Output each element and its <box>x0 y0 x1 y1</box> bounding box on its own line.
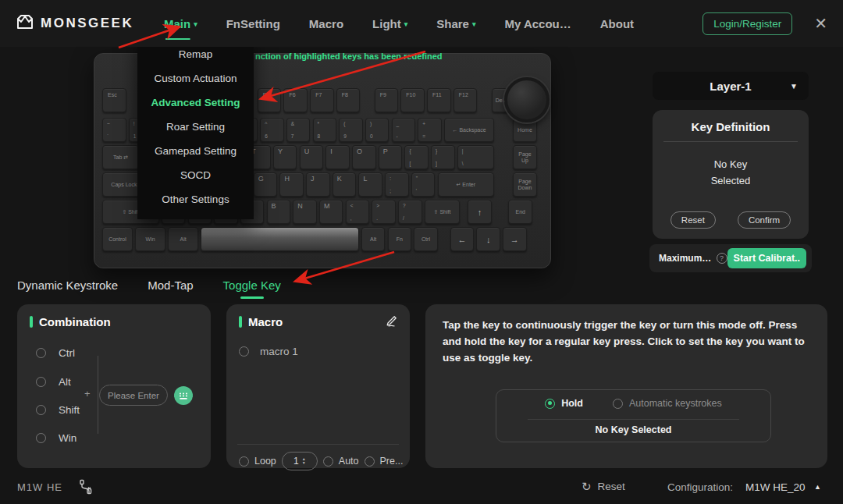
keyboard-key[interactable]: End <box>508 200 532 224</box>
keyboard-key[interactable]: G <box>254 172 278 197</box>
keyboard-picker-button[interactable] <box>174 386 193 405</box>
layer-selector[interactable]: Layer-1 ▼ <box>653 72 809 100</box>
keyboard-key[interactable]: Win <box>135 227 165 251</box>
keyboard-key[interactable]: ^6 <box>260 118 284 142</box>
keyboard-key[interactable]: F10 <box>400 88 425 112</box>
menu-item-gamepad-setting[interactable]: Gamepad Setting <box>137 139 254 163</box>
keyboard-key[interactable]: ↵ Enter <box>438 172 495 197</box>
menu-item-socd[interactable]: SOCD <box>137 163 254 187</box>
keyboard-key[interactable]: *8 <box>313 118 337 142</box>
please-enter-button[interactable]: Please Enter <box>99 385 168 406</box>
radio-icon[interactable] <box>36 433 46 443</box>
keyboard-key[interactable]: :; <box>385 172 409 197</box>
radio-icon[interactable] <box>36 405 46 415</box>
keyboard-key[interactable]: Alt <box>361 227 386 251</box>
keyboard-key[interactable]: Tab ⇄ <box>102 145 139 169</box>
keyboard-key[interactable]: M <box>319 200 343 224</box>
keyboard-key[interactable]: ← <box>450 227 475 251</box>
modifier-win[interactable]: Win <box>36 432 76 444</box>
keyboard-key[interactable]: F12 <box>454 88 478 112</box>
keyboard-key[interactable]: P <box>379 145 403 169</box>
tab-toggle-key[interactable]: Toggle Key <box>223 279 281 299</box>
keyboard-key[interactable]: J <box>306 172 330 197</box>
keyboard-key[interactable]: F9 <box>375 88 399 112</box>
keyboard-key[interactable]: K <box>333 172 357 197</box>
menu-item-custom-actuation[interactable]: Custom Actuation <box>137 66 254 91</box>
reset-config-button[interactable]: ↻ Reset <box>582 481 625 492</box>
keyboard-key[interactable]: >. <box>372 200 396 224</box>
radio-icon[interactable] <box>36 377 46 387</box>
nav-macro[interactable]: Macro <box>309 17 343 30</box>
keyboard-key[interactable]: B <box>267 200 291 224</box>
nav-fnsetting[interactable]: FnSetting <box>226 17 280 30</box>
keyboard-key[interactable]: Page Up <box>513 145 537 169</box>
keyboard-key[interactable]: ↑ <box>468 200 492 224</box>
hold-option[interactable]: Hold <box>545 398 583 409</box>
menu-item-advanced-setting[interactable]: Advanced Setting <box>137 91 254 115</box>
modifier-shift[interactable]: Shift <box>36 404 80 416</box>
keyboard-key[interactable]: "' <box>411 172 436 197</box>
menu-item-other-settings[interactable]: Other Settings <box>137 187 254 211</box>
keyboard-key[interactable]: H <box>279 172 304 197</box>
login-register-button[interactable]: Login/Register <box>702 12 792 35</box>
keyboard-key[interactable]: ⇧ Shift <box>425 200 461 224</box>
nav-share[interactable]: Share▾ <box>436 17 475 30</box>
keyboard-key[interactable]: {[ <box>404 145 429 169</box>
keyboard-key[interactable]: Esc <box>102 88 126 112</box>
keyboard-key[interactable]: Control <box>102 227 133 251</box>
keyboard-key[interactable]: F6 <box>283 88 308 112</box>
radio-icon[interactable] <box>239 346 249 357</box>
keyboard-key[interactable]: Page Down <box>513 172 537 197</box>
automatic-keystrokes-option[interactable]: Automatic keystrokes <box>613 398 722 409</box>
radio-icon[interactable] <box>36 348 46 358</box>
keyboard-key[interactable]: )0 <box>365 118 389 142</box>
nav-main[interactable]: Main▾ <box>164 17 197 30</box>
keyboard-key[interactable]: ↓ <box>476 227 500 251</box>
modifier-ctrl[interactable]: Ctrl <box>36 347 75 359</box>
radio-icon[interactable] <box>613 399 623 409</box>
keyboard-key[interactable]: _- <box>392 118 416 142</box>
keyboard-key[interactable]: ← Backspace <box>444 118 494 142</box>
reset-button[interactable]: Reset <box>670 211 716 229</box>
keyboard-key[interactable]: → <box>503 227 527 251</box>
loop-count-stepper[interactable]: 1 ▲ ▼ <box>282 452 318 470</box>
keyboard-key[interactable]: ?/ <box>398 200 422 224</box>
keyboard-key[interactable]: &7 <box>286 118 311 142</box>
loop-radio-icon[interactable] <box>239 456 249 467</box>
keyboard-key[interactable]: Ctrl <box>414 227 438 251</box>
radio-selected-icon[interactable] <box>545 399 555 409</box>
configuration-value[interactable]: M1W HE_20 <box>745 481 806 493</box>
modifier-alt[interactable]: Alt <box>36 376 71 388</box>
keyboard-key[interactable]: }] <box>431 145 455 169</box>
keyboard-key[interactable]: Fn <box>388 227 412 251</box>
keyboard-key[interactable]: U <box>300 145 324 169</box>
menu-item-roar-setting[interactable]: Roar Setting <box>137 115 254 139</box>
close-icon[interactable]: ✕ <box>814 16 827 31</box>
edit-icon[interactable] <box>385 315 397 331</box>
confirm-button[interactable]: Confirm <box>738 211 791 229</box>
caret-up-icon[interactable]: ▲ <box>814 483 821 491</box>
keyboard-key[interactable]: ~` <box>102 118 126 142</box>
auto-radio-icon[interactable] <box>323 456 333 467</box>
tab-dynamic-keystroke[interactable]: Dynamic Keystroke <box>17 279 118 299</box>
keyboard-key[interactable]: Alt <box>168 227 198 251</box>
keyboard-key[interactable]: (9 <box>339 118 363 142</box>
stepper-down-icon[interactable]: ▼ <box>302 461 306 465</box>
keyboard-key[interactable]: += <box>418 118 442 142</box>
nav-my-account[interactable]: My Accou… <box>504 17 571 30</box>
pre-radio-icon[interactable] <box>365 456 375 467</box>
keyboard-key[interactable]: <, <box>346 200 370 224</box>
keyboard-key[interactable]: F8 <box>336 88 361 112</box>
keyboard-key[interactable]: F7 <box>310 88 334 112</box>
nav-light[interactable]: Light▾ <box>372 17 407 30</box>
help-icon[interactable]: ? <box>717 253 727 264</box>
keyboard-key[interactable]: |\ <box>457 145 494 169</box>
keyboard-key[interactable]: N <box>293 200 317 224</box>
keyboard-knob[interactable] <box>504 77 550 122</box>
keyboard-key[interactable]: O <box>352 145 376 169</box>
nav-about[interactable]: About <box>600 17 634 30</box>
tab-mod-tap[interactable]: Mod-Tap <box>148 279 193 299</box>
keyboard-key[interactable]: I <box>325 145 350 169</box>
macro-item-1[interactable]: macro 1 <box>239 346 298 357</box>
keyboard-key[interactable]: F5 <box>258 88 282 112</box>
